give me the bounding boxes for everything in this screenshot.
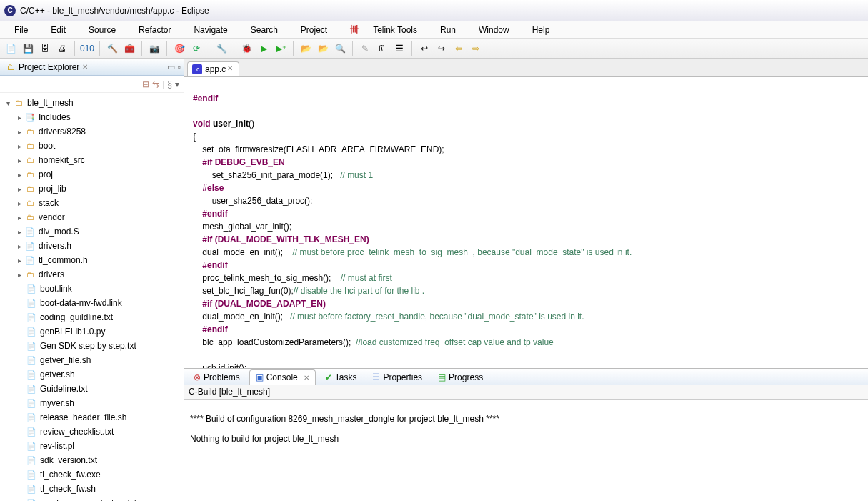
nav-prev-button[interactable]: ↩ [416, 41, 432, 56]
tree-folder[interactable]: ▸🗀homekit_src [0, 153, 184, 167]
menu-file[interactable]: File [3, 23, 39, 37]
collapse-all-icon[interactable]: ⊟ [142, 79, 149, 89]
editor-container: .c app.c ✕ #endif void user_init() { set… [184, 59, 868, 501]
project-explorer-title: 🗀 Project Explorer ✕ ▭ ▫ [0, 59, 184, 76]
tree-file[interactable]: 📄review_checklist.txt [0, 425, 184, 439]
close-icon[interactable]: ✕ [304, 374, 309, 382]
search-button[interactable]: 🔍 [332, 41, 348, 56]
fwd-button[interactable]: ⇨ [468, 41, 484, 56]
run-button[interactable]: ▶ [256, 41, 271, 56]
outline-button[interactable]: ☰ [391, 41, 407, 56]
tree-file[interactable]: 📄myver.sh [0, 396, 184, 410]
window-title: C/C++ - ble_lt_mesh/vendor/mesh/app.c - … [20, 6, 209, 16]
tree-file[interactable]: 📄release_header_file.sh [0, 410, 184, 425]
tree-root[interactable]: ▾🗀ble_lt_mesh [0, 96, 184, 110]
bottom-tabbar: ⊗Problems ▣Console✕ ✔Tasks ☰Properties ▤… [184, 368, 868, 385]
tree-file[interactable]: 📄sdk_version.txt [0, 453, 184, 467]
editor-tab-label: app.c [205, 64, 226, 74]
menu-project[interactable]: Project [289, 23, 339, 37]
menubar: File Edit Source Refactor Navigate Searc… [0, 21, 868, 39]
view-menu-icon[interactable]: ▾ [175, 79, 179, 89]
tree-file[interactable]: 📄Guideline.txt [0, 382, 184, 396]
project-explorer-toolbar: ⊟ ⇆ | § ▾ [0, 76, 184, 93]
tab-console[interactable]: ▣Console✕ [249, 369, 316, 385]
camera-button[interactable]: 📷 [146, 41, 162, 56]
tree-folder[interactable]: ▸🗀drivers [0, 267, 184, 282]
project-explorer-label: Project Explorer [19, 62, 79, 72]
tree-file[interactable]: ▸📄div_mod.S [0, 224, 184, 239]
tree-file[interactable]: 📄vendor revision history.txt [0, 496, 184, 501]
menu-help[interactable]: Help [521, 23, 562, 37]
console-output[interactable]: **** Build of configuration 8269_mesh_ma… [184, 400, 868, 501]
tab-progress[interactable]: ▤Progress [431, 369, 489, 385]
cal-button[interactable]: 🗓 [374, 41, 390, 56]
toolbar: 📄 💾 🗄 🖨 010 🔨 🧰 📷 🎯 ⟳ 🔧 🐞 ▶ ▶⁺ 📂 📂 🔍 ✎ 🗓… [0, 39, 868, 59]
tree-file[interactable]: 📄boot-data-mv-fwd.link [0, 296, 184, 310]
target-button[interactable]: 🎯 [171, 41, 187, 56]
minimize-icon[interactable]: ▭ [167, 62, 175, 72]
tree-file[interactable]: 📄rev-list.pl [0, 439, 184, 453]
menu-source[interactable]: Source [77, 23, 127, 37]
tree-file[interactable]: ▸📄tl_common.h [0, 253, 184, 267]
refresh-button[interactable]: ⟳ [189, 41, 204, 56]
tree-folder[interactable]: ▸🗀proj_lib [0, 182, 184, 196]
close-icon[interactable]: ✕ [82, 63, 88, 71]
bin-button[interactable]: 010 [79, 41, 95, 56]
menu-search[interactable]: Search [239, 23, 289, 37]
tab-problems[interactable]: ⊗Problems [187, 369, 246, 385]
tree-file[interactable]: 📄getver_file.sh [0, 353, 184, 367]
tree-file[interactable]: 📄tl_check_fw.sh [0, 482, 184, 496]
menu-refactor[interactable]: Refactor [127, 23, 182, 37]
filter-icon[interactable]: § [167, 79, 172, 89]
editor-tab-app-c[interactable]: .c app.c ✕ [187, 61, 239, 76]
tool-button[interactable]: 🧰 [121, 41, 137, 56]
tree-file[interactable]: 📄coding_guildline.txt [0, 310, 184, 324]
code-editor[interactable]: #endif void user_init() { set_ota_firmwa… [184, 77, 868, 368]
menu-window[interactable]: Window [467, 23, 521, 37]
tree-folder[interactable]: ▸🗀proj [0, 167, 184, 182]
tree-folder[interactable]: ▸🗀boot [0, 139, 184, 153]
save-button[interactable]: 💾 [20, 41, 36, 56]
tab-properties[interactable]: ☰Properties [366, 369, 429, 385]
menu-telink[interactable]: 卌Telink Tools [339, 19, 429, 40]
tree-file[interactable]: 📄genBLELib1.0.py [0, 324, 184, 339]
link-editor-icon[interactable]: ⇆ [152, 79, 159, 89]
maximize-icon[interactable]: ▫ [178, 62, 181, 72]
console-header: C-Build [ble_lt_mesh] [184, 385, 868, 400]
editor-tabbar: .c app.c ✕ [184, 59, 868, 77]
tab-tasks[interactable]: ✔Tasks [319, 369, 364, 385]
tree-folder[interactable]: ▸🗀vendor [0, 210, 184, 224]
nav-next-button[interactable]: ↪ [434, 41, 449, 56]
debug-button[interactable]: 🐞 [239, 41, 254, 56]
main-area: 🗀 Project Explorer ✕ ▭ ▫ ⊟ ⇆ | § ▾ ▾🗀ble… [0, 59, 868, 501]
tree-file[interactable]: ▸📄drivers.h [0, 239, 184, 253]
menu-edit[interactable]: Edit [39, 23, 77, 37]
tree-file[interactable]: 📄tl_check_fw.exe [0, 467, 184, 482]
wrench-button[interactable]: 🔧 [214, 41, 229, 56]
close-tab-icon[interactable]: ✕ [227, 64, 236, 73]
tree-folder[interactable]: ▸📑Includes [0, 110, 184, 124]
tree-file[interactable]: 📄Gen SDK step by step.txt [0, 339, 184, 353]
eclipse-icon: C [4, 5, 16, 16]
menu-navigate[interactable]: Navigate [182, 23, 239, 37]
saveall-button[interactable]: 🗄 [37, 41, 53, 56]
mark-button[interactable]: ✎ [357, 41, 373, 56]
build-button[interactable]: 🔨 [104, 41, 120, 56]
tree-file[interactable]: 📄boot.link [0, 282, 184, 296]
tree-file[interactable]: 📄getver.sh [0, 367, 184, 382]
menu-run[interactable]: Run [429, 23, 467, 37]
window-titlebar: C C/C++ - ble_lt_mesh/vendor/mesh/app.c … [0, 0, 868, 21]
tree-folder[interactable]: ▸🗀drivers/8258 [0, 124, 184, 139]
print-button[interactable]: 🖨 [54, 41, 70, 56]
openfolder-button[interactable]: 📂 [298, 41, 314, 56]
opentype-button[interactable]: 📂 [315, 41, 331, 56]
runext-button[interactable]: ▶⁺ [273, 41, 289, 56]
c-file-icon: .c [192, 64, 202, 74]
back-button[interactable]: ⇦ [451, 41, 467, 56]
project-tree[interactable]: ▾🗀ble_lt_mesh ▸📑Includes ▸🗀drivers/8258 … [0, 93, 184, 501]
tree-folder[interactable]: ▸🗀stack [0, 196, 184, 210]
new-button[interactable]: 📄 [3, 41, 19, 56]
project-explorer-view: 🗀 Project Explorer ✕ ▭ ▫ ⊟ ⇆ | § ▾ ▾🗀ble… [0, 59, 184, 501]
